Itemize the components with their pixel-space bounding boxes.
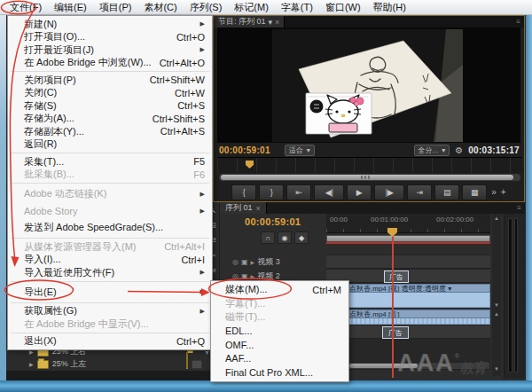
file-menu-item: Adobe 动态链接(K)▶ <box>8 185 212 202</box>
file-menu-item[interactable]: 导入最近使用文件(F)▶ <box>8 266 212 279</box>
file-menu-item[interactable]: 获取属性(G)▶ <box>8 305 212 318</box>
new-item-icon[interactable] <box>192 360 202 369</box>
close-icon[interactable]: × <box>275 18 279 27</box>
timeline-tab[interactable]: 序列 01 × <box>220 202 267 214</box>
tree-arrow-icon[interactable]: ▶ <box>29 361 34 367</box>
file-menu-item[interactable]: 打开项目(O)...Ctrl+O <box>8 31 212 44</box>
fit-dropdown[interactable]: 适合 ▾ <box>285 145 315 156</box>
program-playhead-marker[interactable] <box>246 161 254 169</box>
file-menu-item[interactable]: 打开最近项目(J)▶ <box>8 43 212 57</box>
new-bin-icon[interactable] <box>186 353 188 369</box>
overflow-icon[interactable]: » <box>491 187 497 197</box>
file-menu-item[interactable]: 存储为(A)...Ctrl+Shift+S <box>8 113 212 126</box>
track-lane-video1[interactable]: 点秋香.mp4 [视] 透明度:透明度 ▾ <box>326 283 490 308</box>
panel-menu-icon[interactable]: ≡ <box>513 202 525 214</box>
project-tree-item[interactable]: ▶25% 上左 <box>29 358 86 370</box>
menu-item-label: 在 Adobe Bridge 中浏览(W)... <box>24 56 152 69</box>
file-menu-item[interactable]: 新建(N)▶ <box>8 18 212 31</box>
close-icon[interactable]: × <box>256 204 261 213</box>
menubar-item[interactable]: 窗口(W) <box>319 0 367 15</box>
clip-fx-label[interactable]: 透明度:透明度 ▾ <box>402 285 451 293</box>
export-submenu-item[interactable]: OMF... <box>211 338 348 352</box>
go-to-in-button[interactable]: ⇤ <box>286 184 311 200</box>
menubar-item[interactable]: 素材(C) <box>137 0 183 15</box>
menu-item-label: 导入(I)... <box>24 253 61 266</box>
clip-audio1[interactable]: 点秋香.mp4 [音] <box>332 310 490 325</box>
timeline-horizontal-scrollbar[interactable] <box>326 362 490 370</box>
wrench-icon[interactable]: ⚙ <box>455 145 463 155</box>
chevron-down-icon[interactable]: ▾ <box>269 18 273 27</box>
menu-item-label: 采集(T)... <box>24 155 64 169</box>
menu-item-shortcut: Ctrl+Alt+S <box>160 126 205 137</box>
clip-ad-video[interactable]: 广告 <box>384 270 409 283</box>
scrollbar-grip <box>361 176 372 179</box>
track-header-video3[interactable]: ◎ ▣ ▶ 视频 3 <box>220 255 326 269</box>
program-scrollbar[interactable] <box>219 174 520 181</box>
step-forward-button[interactable]: |▶ <box>374 184 404 200</box>
track-lock-icon[interactable]: ▣ <box>241 272 248 280</box>
program-monitor-tab[interactable]: 节目: 序列 01 ▾ × <box>214 16 285 27</box>
play-button[interactable]: ▶ <box>347 184 372 200</box>
clip-video1[interactable]: 点秋香.mp4 [视] 透明度:透明度 ▾ <box>332 284 490 308</box>
menubar-item[interactable]: 字幕(T) <box>275 0 319 15</box>
file-menu-item[interactable]: 导入(I)...Ctrl+I <box>8 254 212 267</box>
mark-in-button[interactable]: { <box>231 184 256 200</box>
timeline-timecode[interactable]: 00:00:59:01 <box>245 216 301 227</box>
menubar-item[interactable]: 编辑(E) <box>48 0 93 15</box>
timeline-vertical-scrollbar[interactable]: ▲ ▼ ▲ ▼ <box>492 214 501 376</box>
file-menu-item[interactable]: 关闭项目(P)Ctrl+Shift+W <box>8 74 212 87</box>
scroll-up-icon[interactable]: ▲ <box>494 216 499 221</box>
go-to-out-button[interactable]: ⇥ <box>407 184 432 200</box>
track-lane-audio2[interactable]: 广告 <box>326 325 490 339</box>
scroll-down-icon[interactable]: ▼ <box>204 349 210 356</box>
track-lane-video2[interactable]: 广告 <box>326 269 490 283</box>
resolution-dropdown[interactable]: 全分... ▾ <box>414 145 450 156</box>
scroll-up-icon[interactable]: ▲ <box>494 311 499 317</box>
file-menu-item[interactable]: 采集(T)...F5 <box>8 155 212 169</box>
track-lane-video3[interactable] <box>326 255 490 269</box>
scrollbar-thumb[interactable] <box>349 364 418 368</box>
work-area-thumb[interactable] <box>327 236 489 241</box>
track-lane-audio1[interactable]: 点秋香.mp4 [音] <box>326 308 490 325</box>
file-menu-item[interactable]: 存储(S)Ctrl+S <box>8 99 212 113</box>
menubar-item[interactable]: 项目(P) <box>93 0 138 15</box>
file-menu-item[interactable]: 退出(X)Ctrl+Q <box>8 335 212 349</box>
eye-icon[interactable]: ◎ <box>232 272 239 280</box>
timeline-toggles: ∩◉◆ <box>261 231 309 244</box>
marker-menu-icon[interactable]: ◉ <box>278 231 292 244</box>
work-area-bar[interactable] <box>326 235 490 243</box>
scroll-down-icon[interactable]: ▼ <box>494 302 499 308</box>
lift-button[interactable]: ▤ <box>434 184 459 200</box>
menubar-item[interactable]: 文件(F) <box>4 0 48 15</box>
export-submenu-item[interactable]: 媒体(M)...Ctrl+M <box>211 283 348 297</box>
menubar-item[interactable]: 帮助(H) <box>367 0 412 15</box>
export-submenu-item[interactable]: AAF... <box>211 352 348 366</box>
program-timecode-current[interactable]: 00:00:59:01 <box>219 145 270 155</box>
file-menu-item[interactable]: 导出(E)▶ <box>8 284 212 301</box>
export-submenu-item[interactable]: Final Cut Pro XML... <box>211 365 348 380</box>
export-submenu-item[interactable]: EDL... <box>211 325 348 339</box>
clip-ad-audio[interactable]: 广告 <box>382 326 409 339</box>
timeline-ruler[interactable]: 00:00 00:01:00:00 00:02:00:00 <box>326 214 490 233</box>
scroll-down-icon[interactable]: ▼ <box>494 366 499 372</box>
mark-out-button[interactable]: } <box>259 184 284 200</box>
track-lock-icon[interactable]: ▣ <box>241 258 248 266</box>
menubar-item[interactable]: 标记(M) <box>228 0 275 15</box>
extract-button[interactable]: ▦ <box>462 184 487 200</box>
menubar-item[interactable]: 序列(S) <box>184 0 229 15</box>
folder-icon <box>37 360 49 369</box>
collapse-icon[interactable]: ▶ <box>251 273 255 279</box>
file-menu-item[interactable]: 返回(R) <box>8 138 212 152</box>
step-back-button[interactable]: ◀| <box>314 184 344 200</box>
file-menu-item[interactable]: 发送到 Adobe SpeedGrade(S)... <box>8 219 212 236</box>
file-menu-item[interactable]: 在 Adobe Bridge 中浏览(W)...Ctrl+Alt+O <box>8 57 212 70</box>
file-menu-item[interactable]: 存储副本(Y)...Ctrl+Alt+S <box>8 125 212 138</box>
panel-menu-icon[interactable]: ≡ <box>512 16 524 27</box>
eye-icon[interactable]: ◎ <box>232 258 239 266</box>
collapse-icon[interactable]: ▶ <box>251 259 255 265</box>
snap-icon[interactable]: ∩ <box>261 231 275 244</box>
set-marker-icon[interactable]: ◆ <box>294 231 309 244</box>
add-button[interactable]: + <box>501 187 506 197</box>
program-scrub-bar[interactable] <box>217 157 522 173</box>
file-menu-item[interactable]: 关闭(C)Ctrl+W <box>8 87 212 100</box>
